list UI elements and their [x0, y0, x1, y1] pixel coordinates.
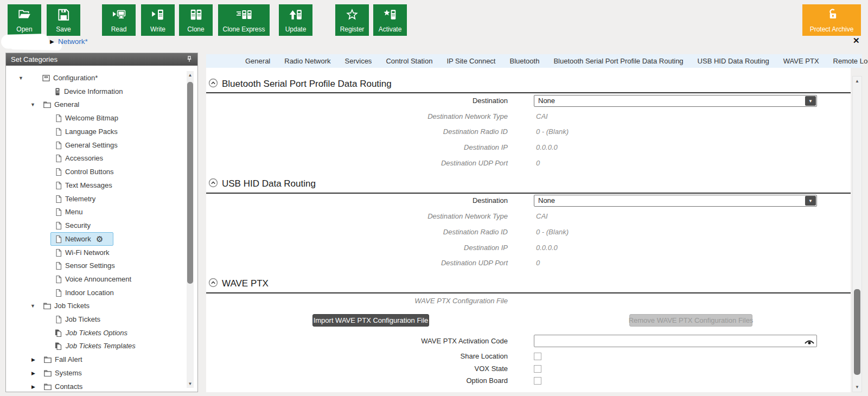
tab-usb-hid[interactable]: USB HID Data Routing: [698, 57, 769, 65]
write-button[interactable]: Write: [141, 4, 175, 36]
tree-item-welcome-bitmap[interactable]: Welcome Bitmap: [6, 112, 197, 125]
tree-scrollbar[interactable]: ▲ ▼: [187, 71, 194, 388]
clone-express-button[interactable]: Clone Express: [218, 4, 270, 36]
reveal-password-eye-icon[interactable]: [804, 337, 815, 347]
tab-wave-ptx[interactable]: WAVE PTX: [783, 57, 819, 65]
scroll-up-icon[interactable]: ▲: [187, 73, 194, 78]
open-button[interactable]: Open: [8, 4, 41, 36]
vox-state-checkbox[interactable]: [534, 365, 541, 373]
expander-icon[interactable]: ▶: [31, 353, 35, 366]
gear-icon[interactable]: ⚙: [96, 233, 103, 246]
field-label-dest-udp-port: Destination UDP Port: [206, 257, 508, 269]
field-label-wave-config-file: WAVE PTX Configuration File: [206, 295, 508, 307]
tab-radio-network[interactable]: Radio Network: [284, 57, 330, 65]
field-label-dest-network-type: Destination Network Type: [206, 111, 508, 123]
tree-item-sensor-settings[interactable]: Sensor Settings: [6, 259, 197, 272]
expander-icon[interactable]: ▼: [18, 72, 23, 85]
tab-general[interactable]: General: [245, 57, 270, 65]
field-label-option-board: Option Board: [206, 375, 508, 387]
content-scrollbar[interactable]: ▲ ▼: [852, 76, 862, 392]
folder-icon: [43, 100, 52, 109]
tree-item-accessories[interactable]: Accessories: [6, 152, 197, 165]
activation-code-input[interactable]: [534, 335, 817, 347]
tree-item-text-messages[interactable]: Text Messages: [6, 179, 197, 192]
tree-item-systems[interactable]: ▶ Systems: [6, 367, 197, 380]
destination-dropdown[interactable]: None ▼: [534, 95, 817, 107]
update-button[interactable]: Update: [279, 4, 312, 36]
import-wave-config-button[interactable]: Import WAVE PTX Configuration File: [312, 314, 429, 327]
close-icon[interactable]: ✕: [853, 36, 860, 46]
tree-item-wifi-network[interactable]: Wi-Fi Network: [6, 246, 197, 259]
tree-item-general[interactable]: ▼ General: [6, 98, 197, 111]
tree-item-contacts[interactable]: ▶ Contacts: [6, 380, 197, 392]
share-location-checkbox[interactable]: [534, 353, 541, 360]
tab-control-station[interactable]: Control Station: [386, 57, 432, 65]
expander-icon[interactable]: ▶: [31, 367, 35, 380]
field-value-dest-ip: 0.0.0.0: [536, 242, 558, 254]
scroll-down-icon[interactable]: ▼: [853, 385, 861, 389]
option-board-checkbox[interactable]: [534, 377, 541, 385]
pin-icon[interactable]: [186, 55, 193, 65]
protect-archive-button[interactable]: Protect Archive: [802, 4, 861, 36]
scroll-up-icon[interactable]: ▲: [853, 79, 861, 84]
field-value-dest-udp-port: 0: [536, 157, 540, 169]
remove-wave-config-button: Remove WAVE PTX Configuration Files: [629, 314, 752, 327]
tree-item-security[interactable]: Security: [6, 219, 197, 232]
doc-tab-network[interactable]: Network*: [58, 37, 88, 46]
tree-item-job-tickets[interactable]: Job Tickets: [6, 313, 197, 326]
tab-services[interactable]: Services: [345, 57, 372, 65]
panel-header: Set Categories: [6, 53, 197, 66]
tab-bluetooth-serial-port[interactable]: Bluetooth Serial Port Profile Data Routi…: [553, 57, 683, 65]
tree-item-network[interactable]: Network ⚙: [6, 233, 197, 246]
tree-scrollbar-thumb[interactable]: [187, 82, 193, 284]
tab-bluetooth[interactable]: Bluetooth: [509, 57, 539, 65]
tree-item-indoor-location[interactable]: Indoor Location: [6, 286, 197, 299]
doc-tab-arrow-icon: ▶: [50, 39, 54, 44]
tree-item-job-tickets-options[interactable]: Job Tickets Options: [6, 327, 197, 340]
expander-icon[interactable]: ▼: [30, 299, 35, 312]
write-device-icon: [141, 8, 175, 22]
archive-box-icon: [42, 74, 50, 82]
field-label-share-location: Share Location: [206, 350, 508, 362]
page-icon: [54, 275, 63, 284]
clone-button[interactable]: Clone: [179, 4, 213, 36]
tree-item-control-buttons[interactable]: Control Buttons: [6, 165, 197, 178]
tree-item-menu[interactable]: Menu: [6, 206, 197, 219]
chevron-down-icon[interactable]: ▼: [805, 96, 816, 106]
section-divider: [206, 92, 851, 93]
tree-item-device-information[interactable]: Device Information: [6, 85, 197, 98]
dropdown-value: None: [538, 95, 555, 106]
chevron-down-icon[interactable]: ▼: [805, 196, 816, 206]
panel-title: Set Categories: [11, 55, 58, 63]
expander-icon[interactable]: ▶: [31, 380, 35, 392]
folder-icon: [43, 355, 52, 364]
tree-item-voice-announcement[interactable]: Voice Announcement: [6, 273, 197, 286]
tree-item-job-tickets-folder[interactable]: ▼ Job Tickets: [6, 299, 197, 312]
register-button[interactable]: Register: [335, 4, 369, 36]
content-scrollbar-thumb[interactable]: [854, 289, 860, 375]
expander-icon[interactable]: ▼: [30, 98, 35, 111]
tab-remote-log[interactable]: Remote Log: [833, 57, 868, 65]
field-label-dest-radio-id: Destination Radio ID: [206, 226, 508, 238]
scroll-down-icon[interactable]: ▼: [187, 381, 194, 386]
activate-button[interactable]: Activate: [373, 4, 407, 36]
save-button[interactable]: Save: [47, 4, 80, 36]
page-icon: [54, 208, 63, 216]
section-divider: [206, 292, 851, 293]
collapse-chevron-icon[interactable]: [208, 278, 218, 290]
tree-item-general-settings[interactable]: General Settings: [6, 139, 197, 152]
collapse-chevron-icon[interactable]: [208, 78, 218, 91]
tree-item-language-packs[interactable]: Language Packs: [6, 125, 197, 138]
tree-item-fall-alert[interactable]: ▶ Fall Alert: [6, 353, 197, 366]
destination-dropdown[interactable]: None ▼: [534, 195, 817, 207]
collapse-chevron-icon[interactable]: [208, 178, 218, 190]
tree-item-job-tickets-templates[interactable]: Job Tickets Templates: [6, 340, 197, 353]
tree-item-telemetry[interactable]: Telemetry: [6, 193, 197, 206]
tree-item-configuration[interactable]: ▼ Configuration*: [6, 72, 197, 85]
field-label-dest-ip: Destination IP: [206, 142, 508, 154]
tab-ip-site-connect[interactable]: IP Site Connect: [446, 57, 495, 65]
read-button[interactable]: Read: [102, 4, 136, 36]
section-title: Bluetooth Serial Port Profile Data Routi…: [222, 79, 392, 90]
field-value-dest-udp-port: 0: [536, 257, 540, 269]
arrow-up-radio-icon: [279, 8, 312, 22]
